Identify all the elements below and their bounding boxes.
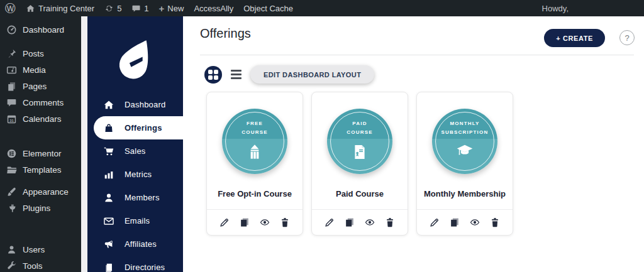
plugin-nav-label: Affiliates xyxy=(125,239,157,249)
list-view-button[interactable] xyxy=(230,67,243,82)
sidebar-item-label: Tools xyxy=(23,261,43,271)
sidebar-item-posts[interactable]: Posts xyxy=(0,45,81,62)
card-actions xyxy=(312,209,408,235)
home-icon xyxy=(103,99,114,111)
sidebar-item-media[interactable]: Media xyxy=(0,62,81,78)
plugin-nav-affiliates[interactable]: Affiliates xyxy=(87,232,183,256)
sidebar-item-plugins[interactable]: Plugins xyxy=(0,200,81,216)
sidebar-item-appearance[interactable]: Appearance xyxy=(0,183,81,200)
plugin-nav-dashboard[interactable]: Dashboard xyxy=(87,93,183,116)
comments-menu[interactable]: 1 xyxy=(126,0,153,16)
updates-menu[interactable]: 5 xyxy=(99,0,126,16)
sidebar-item-elementor[interactable]: Elementor xyxy=(0,145,81,161)
badge-label: PAID COURSE xyxy=(327,119,392,138)
plugin-nav-label: Offerings xyxy=(125,123,162,133)
grid-icon xyxy=(208,70,218,80)
accessally-menu: Dashboard Offerings Sales Metrics Member… xyxy=(87,93,183,272)
sidebar-item-label: Calendars xyxy=(23,114,62,124)
card-body: MONTHLY SUBSCRIPTION Monthly Membership xyxy=(417,92,513,209)
howdy-account-menu[interactable]: Howdy, xyxy=(537,0,574,16)
comment-bubble-icon xyxy=(6,97,17,108)
delete-trash-icon[interactable] xyxy=(279,216,291,229)
user-icon xyxy=(6,244,17,255)
dashboard-gauge-icon xyxy=(6,24,17,35)
delete-trash-icon[interactable] xyxy=(384,216,396,229)
wrench-icon xyxy=(6,260,17,271)
home-icon xyxy=(26,4,35,13)
view-eye-icon[interactable] xyxy=(469,216,481,229)
plugin-nav-label: Members xyxy=(125,193,160,202)
wordpress-logo-menu[interactable]: Ⓦ xyxy=(0,0,21,16)
edit-icon[interactable] xyxy=(428,216,441,229)
view-eye-icon[interactable] xyxy=(258,216,271,229)
accessally-logo xyxy=(111,34,160,85)
elementor-icon xyxy=(6,148,17,159)
cart-icon xyxy=(103,145,114,157)
updates-icon xyxy=(104,4,114,13)
svg-text:31: 31 xyxy=(9,118,14,122)
object-cache-label: Object Cache xyxy=(243,4,293,13)
plugin-nav-label: Dashboard xyxy=(125,100,165,109)
sidebar-item-label: Plugins xyxy=(23,204,50,213)
site-name-link[interactable]: Training Center xyxy=(21,0,99,16)
folder-icon xyxy=(6,164,17,175)
card-actions xyxy=(417,209,513,235)
plugin-nav-label: Emails xyxy=(125,216,150,226)
plugin-nav-sales[interactable]: Sales xyxy=(87,139,183,163)
plug-icon xyxy=(6,202,17,214)
sidebar-item-calendars[interactable]: 31 Calendars xyxy=(0,111,81,127)
plugin-nav-directories[interactable]: Directories xyxy=(87,256,183,272)
plus-icon: + xyxy=(159,4,165,13)
sidebar-item-label: Elementor xyxy=(23,149,62,158)
offering-badge[interactable]: PAID COURSE xyxy=(327,109,392,174)
offering-title: Free Opt-in Course xyxy=(218,189,292,199)
sidebar-item-label: Templates xyxy=(23,165,62,175)
offering-badge[interactable]: MONTHLY SUBSCRIPTION xyxy=(432,109,497,174)
duplicate-icon[interactable] xyxy=(343,216,356,229)
howdy-label: Howdy, xyxy=(542,4,569,13)
grid-view-button[interactable] xyxy=(204,66,222,84)
plugin-nav-members[interactable]: Members xyxy=(87,186,183,209)
offering-badge[interactable]: FREE COURSE xyxy=(222,109,287,174)
view-toolbar: EDIT DASHBOARD LAYOUT xyxy=(204,65,374,84)
sidebar-item-templates[interactable]: Templates xyxy=(0,161,81,178)
plugin-nav-offerings[interactable]: Offerings xyxy=(94,116,183,139)
page-title: Offerings xyxy=(200,26,251,41)
help-button[interactable]: ? xyxy=(619,30,635,45)
plugin-nav-metrics[interactable]: Metrics xyxy=(87,163,183,186)
edit-icon[interactable] xyxy=(218,216,231,229)
wordpress-logo-icon: Ⓦ xyxy=(5,3,16,14)
offerings-grid: FREE COURSE Free Opt-in Course xyxy=(206,92,513,236)
create-button[interactable]: + CREATE xyxy=(544,29,605,47)
duplicate-icon[interactable] xyxy=(448,216,461,229)
accessally-label: AccessAlly xyxy=(194,4,233,13)
sidebar-item-tools[interactable]: Tools xyxy=(0,258,81,272)
edit-icon[interactable] xyxy=(323,216,336,229)
offering-card-monthly-membership: MONTHLY SUBSCRIPTION Monthly Membership xyxy=(416,92,513,236)
offering-card-free-course: FREE COURSE Free Opt-in Course xyxy=(206,92,303,236)
delete-trash-icon[interactable] xyxy=(489,216,501,229)
badge-label: FREE COURSE xyxy=(222,119,287,138)
paintbrush-icon xyxy=(6,186,17,197)
new-content-menu[interactable]: + New xyxy=(154,0,189,16)
sidebar-item-dashboard[interactable]: Dashboard xyxy=(0,21,81,38)
plugin-nav-label: Directories xyxy=(125,263,165,272)
sidebar-item-pages[interactable]: Pages xyxy=(0,78,81,94)
offering-title: Paid Course xyxy=(336,189,384,199)
duplicate-icon[interactable] xyxy=(238,216,251,229)
megaphone-icon xyxy=(103,238,114,250)
view-eye-icon[interactable] xyxy=(364,216,376,229)
offering-card-paid-course: PAID COURSE Paid Course xyxy=(311,92,408,236)
sidebar-item-label: Posts xyxy=(23,49,44,58)
pencil-icon xyxy=(248,144,262,163)
plugin-nav-emails[interactable]: Emails xyxy=(87,209,183,232)
question-mark-icon: ? xyxy=(625,33,629,43)
site-name-label: Training Center xyxy=(38,4,94,13)
sidebar-item-users[interactable]: Users xyxy=(0,241,81,258)
edit-dashboard-layout-button[interactable]: EDIT DASHBOARD LAYOUT xyxy=(250,65,374,84)
plugin-nav-label: Metrics xyxy=(125,170,152,179)
object-cache-menu[interactable]: Object Cache xyxy=(238,0,298,16)
sidebar-item-comments[interactable]: Comments xyxy=(0,94,81,111)
accessally-menu[interactable]: AccessAlly xyxy=(189,0,238,16)
comments-count: 1 xyxy=(144,4,148,13)
